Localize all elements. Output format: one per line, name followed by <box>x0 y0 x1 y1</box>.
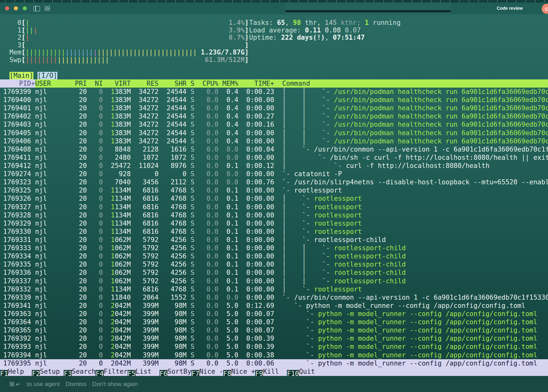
process-row-1769323[interactable]: 1769323njl200704034562112S0.00.00:00.76`… <box>0 178 548 186</box>
fnkey-f7-nice[interactable]: F7Nice - <box>191 367 223 376</box>
sidebar-toggle-icon[interactable] <box>33 6 40 11</box>
process-row-1769393[interactable]: 1769393njl2002042M399M98MS0.05.00:00.39 … <box>0 343 548 351</box>
process-row-1769395[interactable]: 1769395njl2002042M399M98MS0.05.00:00.06 … <box>0 359 548 367</box>
column-header-res[interactable]: RES <box>135 79 159 88</box>
process-row-1769405[interactable]: 1769405njl2001383M3427224544S0.00.40:00.… <box>0 129 548 137</box>
dont-show-again-button[interactable]: Don't show again <box>92 381 138 388</box>
process-command: `- /usr/bin/conmon --api-version 1 -c 6a… <box>282 293 548 302</box>
fnkey-f2-setup[interactable]: F2Setup <box>32 367 64 376</box>
process-row-1769339[interactable]: 1769339njl2001184020641552S0.00.00:00.00… <box>0 293 548 302</box>
meter-label: 3 <box>9 42 21 49</box>
process-row-1769402[interactable]: 1769402njl2001383M3427224544S0.00.40:00.… <box>0 112 548 120</box>
fnkey-f5-list[interactable]: F5List <box>128 367 160 376</box>
meter-bar-segment: | <box>93 49 97 56</box>
process-row-1769403[interactable]: 1769403njl2001383M3427224544S0.00.40:00.… <box>0 120 548 129</box>
column-header-shr[interactable]: SHR <box>163 79 187 88</box>
process-command: │ │ `- rootlessport-child <box>282 244 548 252</box>
column-header-time[interactable]: TIME+ <box>242 79 274 88</box>
grid-layout-icon[interactable] <box>45 6 50 11</box>
close-window-button[interactable] <box>5 6 9 10</box>
column-header-pri[interactable]: PRI <box>75 79 87 88</box>
uptime-line: Uptime: 222 days(!), 07:51:47 <box>249 34 401 42</box>
fnkey-f4-filter[interactable]: F4Filter <box>96 367 127 376</box>
column-header-mem[interactable]: MEM% <box>222 79 238 88</box>
process-row-1769332[interactable]: 1769332njl2001134M68164768S0.00.10:00.00… <box>0 285 548 293</box>
fnkey-f6-sortby[interactable]: F6SortBy <box>160 367 191 376</box>
process-row-1769406[interactable]: 1769406njl2001383M3427224544S0.00.40:00.… <box>0 137 548 145</box>
process-row-1769364[interactable]: 1769364njl2002042M399M98MS0.05.00:00.07 … <box>0 318 548 326</box>
screen-tabs: [Main][I/O] <box>9 72 57 80</box>
process-row-1769333[interactable]: 1769333njl2001062M57924256S0.00.10:00.00… <box>0 244 548 252</box>
process-command: `- python -m model_runner --config /app/… <box>282 334 548 343</box>
process-row-1769408[interactable]: 1769408njl200884821281616S0.00.00:00.04│… <box>0 145 548 153</box>
process-row-1769331[interactable]: 1769331njl2001062M57924256S0.00.10:00.00… <box>0 236 548 244</box>
process-row-1769327[interactable]: 1769327njl2001134M68164768S0.00.10:00.00… <box>0 203 548 211</box>
tab-main[interactable]: [Main] <box>9 72 33 80</box>
process-command: `- python -m model_runner --config /app/… <box>282 318 548 326</box>
process-row-1769328[interactable]: 1769328njl2001134M68164768S0.00.10:00.00… <box>0 211 548 219</box>
column-header-user[interactable]: USER <box>35 79 75 88</box>
column-header-virt[interactable]: VIRT <box>107 79 131 88</box>
fnkey-f8-nice[interactable]: F8Nice + <box>223 367 255 376</box>
process-command: │ │ `- rootlessport-child <box>282 268 548 277</box>
process-row-1769330[interactable]: 1769330njl2001134M68164768S0.00.10:00.00… <box>0 228 548 236</box>
process-row-1769334[interactable]: 1769334njl2001062M57924256S0.00.10:00.00… <box>0 252 548 260</box>
process-row-1769411[interactable]: 1769411njl200248010721072S0.00.00:00.00│… <box>0 153 548 162</box>
column-header-cpu[interactable]: CPU% <box>198 79 218 88</box>
fnkey-f3-search[interactable]: F3Search <box>64 367 96 376</box>
column-header-pid[interactable]: PID+ <box>0 79 35 88</box>
process-command: │ │ `- rootlessport-child <box>282 277 548 285</box>
meter-bar-segment: | <box>33 27 38 34</box>
process-row-1769341[interactable]: 1769341njl2002042M399M98MS0.05.00:12.69 … <box>0 302 548 310</box>
meter-value: 1.4% <box>229 19 245 27</box>
process-command: │ `- rootlessport <box>282 211 548 219</box>
tasks-info-panel: Tasks: 65, 98 thr, 145 kthr; 1 runningLo… <box>249 19 401 42</box>
process-command: `- rootlessport <box>282 186 548 194</box>
process-row-1769336[interactable]: 1769336njl2001062M57924256S0.00.10:00.00… <box>0 268 548 277</box>
column-header-s[interactable]: S <box>190 79 195 88</box>
avatar[interactable]: C <box>542 4 548 14</box>
dismiss-button[interactable]: Dismiss <box>66 381 87 388</box>
process-row-1769335[interactable]: 1769335njl2001062M57924256S0.00.10:00.00… <box>0 260 548 268</box>
column-header-ni[interactable]: NI <box>91 79 103 88</box>
process-row-1769400[interactable]: 1769400njl2001383M3427224544S0.00.40:00.… <box>0 96 548 104</box>
memory-meter: Mem[||||||||||||||||||||||||||||||||||||… <box>9 49 249 56</box>
process-row-1769394[interactable]: 1769394njl2002042M399M98MS0.05.00:00.38 … <box>0 351 548 359</box>
zoom-window-button[interactable] <box>23 6 27 10</box>
column-header-command[interactable]: Command <box>282 79 548 88</box>
meter-value: 1.23G/7.87G <box>201 49 245 56</box>
agent-hint-text: to use agent <box>27 381 60 388</box>
meter-label: Mem <box>9 49 21 56</box>
code-review-button[interactable]: Code review <box>497 6 523 11</box>
meter-value: 61.3M/512M <box>205 56 245 64</box>
process-row-1769329[interactable]: 1769329njl2001134M68164768S0.00.10:00.00… <box>0 219 548 228</box>
fnkey-f1-help[interactable]: F1Help <box>0 367 32 376</box>
process-row-1769412[interactable]: 1769412njl20025472110248976S0.00.10:00.1… <box>0 162 548 170</box>
fnkey-f10-quit[interactable]: F10Quit <box>287 367 323 376</box>
process-table-header: PID+USERPRINIVIRTRESSHRSCPU%MEM%TIME+Com… <box>0 79 548 88</box>
process-row-1769392[interactable]: 1769392njl2002042M399M98MS0.05.00:00.39 … <box>0 334 548 343</box>
process-command: │ │ `- /usr/bin/podman healthcheck run 6… <box>282 104 548 112</box>
fnkey-f9-kill[interactable]: F9Kill <box>255 367 287 376</box>
process-table: 1769399njl2001383M3427224544S0.00.40:00.… <box>0 88 548 367</box>
terminal-tab[interactable] <box>285 3 451 14</box>
tasks-line: Tasks: 65, 98 thr, 145 kthr; 1 running <box>249 19 401 27</box>
process-row-1769274[interactable]: 1769274njl20092800S0.00.00:00.00`- catat… <box>0 170 548 178</box>
process-command: │ │ `- /usr/bin/podman healthcheck run 6… <box>282 88 548 96</box>
process-command: │ `- rootlessport <box>282 228 548 236</box>
process-row-1769365[interactable]: 1769365njl2002042M399M98MS0.05.00:00.07 … <box>0 326 548 334</box>
tab-io[interactable]: [I/O] <box>38 72 57 80</box>
process-row-1769399[interactable]: 1769399njl2001383M3427224544S0.00.40:00.… <box>0 88 548 96</box>
process-command: │ │ `- rootlessport-child <box>282 260 548 268</box>
process-row-1769337[interactable]: 1769337njl2001062M57924256S0.00.10:00.00… <box>0 277 548 285</box>
process-row-1769325[interactable]: 1769325njl2001134M68164768S0.00.10:00.00… <box>0 186 548 194</box>
process-row-1769363[interactable]: 1769363njl2002042M399M98MS0.05.00:00.07 … <box>0 310 548 318</box>
process-row-1769401[interactable]: 1769401njl2001383M3427224544S0.00.40:00.… <box>0 104 548 112</box>
meter-label: 2 <box>9 34 21 42</box>
process-command: │ `- rootlessport <box>282 194 548 203</box>
process-command: │ │ `- /usr/bin/podman healthcheck run 6… <box>282 112 548 120</box>
process-command: │ │ `- /usr/bin/podman healthcheck run 6… <box>282 129 548 137</box>
minimize-window-button[interactable] <box>14 6 18 10</box>
meter-bar-segment: |||||||||| <box>26 49 65 56</box>
process-row-1769326[interactable]: 1769326njl2001134M68164768S0.00.10:00.00… <box>0 194 548 203</box>
